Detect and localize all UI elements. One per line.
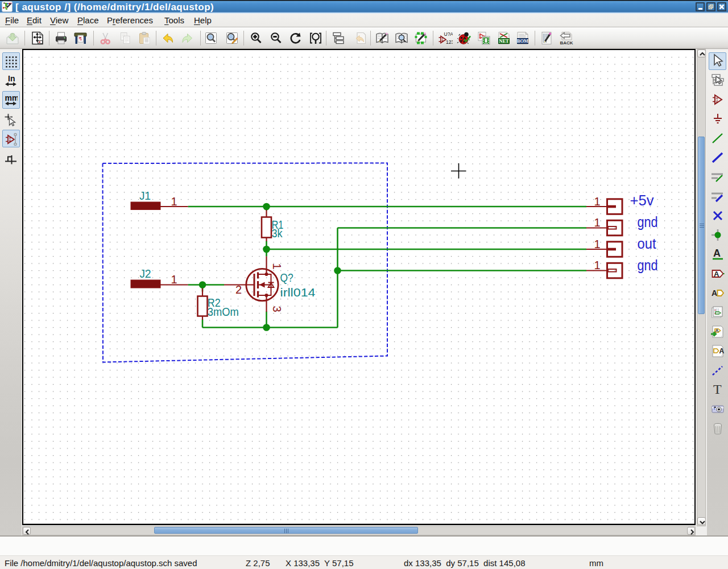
svg-text:gnd: gnd xyxy=(638,257,658,273)
svg-text:1: 1 xyxy=(171,273,177,286)
svg-text:A: A xyxy=(719,347,724,355)
svg-text:J1: J1 xyxy=(139,189,151,202)
svg-text:irll014: irll014 xyxy=(280,286,316,299)
svg-text:1: 1 xyxy=(271,263,283,270)
svg-text:1: 1 xyxy=(594,238,601,250)
svg-text:Q?: Q? xyxy=(280,271,293,284)
svg-text:out: out xyxy=(638,236,656,251)
svg-text:T: T xyxy=(713,382,722,397)
svg-text:A: A xyxy=(715,328,718,333)
svg-text:3mOm: 3mOm xyxy=(208,305,239,318)
svg-text:BACK: BACK xyxy=(560,40,573,46)
svg-text:1: 1 xyxy=(171,195,177,208)
svg-text:1: 1 xyxy=(594,195,601,208)
svg-text:NET: NET xyxy=(499,38,509,44)
svg-text:2: 2 xyxy=(235,283,242,296)
svg-text:+5v: +5v xyxy=(630,192,654,208)
svg-text:mm: mm xyxy=(5,93,18,102)
svg-text:U?A: U?A xyxy=(444,31,453,37)
svg-text:123: 123 xyxy=(446,39,453,45)
svg-text:J2: J2 xyxy=(140,267,151,280)
svg-text:3: 3 xyxy=(271,306,283,312)
svg-text:1: 1 xyxy=(594,216,601,229)
svg-text:BOM: BOM xyxy=(517,38,528,44)
svg-text:3k: 3k xyxy=(272,226,283,240)
svg-text:A: A xyxy=(714,270,719,278)
svg-text:In: In xyxy=(8,74,15,83)
svg-text:1: 1 xyxy=(594,259,601,271)
svg-text:gnd: gnd xyxy=(638,214,658,230)
svg-text:A: A xyxy=(712,288,717,298)
svg-text:A: A xyxy=(713,248,721,259)
